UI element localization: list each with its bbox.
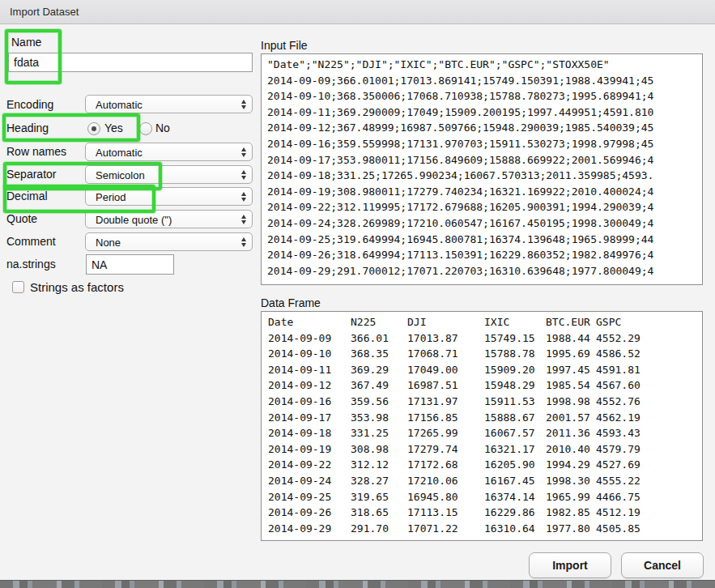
table-cell: 359.56 [351,394,407,410]
table-header-row: DateN225DJIIXICBTC.EURGSPC [268,314,702,330]
heading-yes-radio[interactable] [87,122,100,135]
comment-select[interactable]: None [85,232,253,251]
input-file-line: 2014-09-10;368.350006;17068.710938;15788… [267,88,702,104]
table-cell: 16229.86 [484,505,546,521]
na-strings-input[interactable] [86,254,174,275]
table-cell: 328.27 [351,473,407,489]
table-cell: 15888.67 [484,410,546,426]
encoding-select[interactable]: Automatic [85,95,253,113]
table-cell: 16321.17 [484,441,546,458]
name-label: Name [11,36,41,49]
table-row: 2014-09-17353.9817156.8515888.672001.574… [268,410,702,426]
row-names-select[interactable]: Automatic [85,143,253,161]
data-frame-label: Data Frame [261,296,321,309]
encoding-label: Encoding [6,98,53,112]
input-file-line: 2014-09-09;366.01001;17013.869141;15749.… [267,73,702,89]
strings-as-factors-checkbox[interactable] [12,281,24,293]
table-cell: 2014-09-11 [268,362,351,378]
cancel-button[interactable]: Cancel [621,552,704,578]
table-cell: 1985.54 [546,377,596,394]
table-cell: 312.12 [351,457,407,473]
import-button[interactable]: Import [529,552,611,578]
table-cell: 15749.15 [484,330,546,347]
table-cell: N225 [351,314,407,330]
table-cell: 4552.29 [596,330,701,347]
table-cell: 1977.80 [546,521,596,537]
name-input[interactable] [8,53,253,72]
table-row: 2014-09-19308.9817279.7416321.172010.404… [268,441,702,458]
input-file-line: "Date";"N225";"DJI";"IXIC";"BTC.EUR";"GS… [267,57,702,73]
separator-select[interactable]: Semicolon [85,165,253,184]
row-names-value: Automatic [96,146,143,158]
separator-label: Separator [6,168,56,181]
input-file-line: 2014-09-29;291.700012;17071.220703;16310… [267,263,702,279]
table-cell: GSPC [596,314,701,330]
table-cell: 15948.29 [484,377,546,394]
table-cell: 2014-09-22 [268,457,351,473]
stepper-icon [241,100,246,109]
table-cell: 16167.45 [484,473,546,489]
input-file-line: 2014-09-22;312.119995;17172.679688;16205… [267,199,702,215]
dialog-titlebar[interactable]: Import Dataset [0,0,715,24]
table-cell: 4567.60 [596,377,701,394]
table-row: 2014-09-22312.1217172.6816205.901994.294… [268,457,702,473]
table-row: 2014-09-10368.3517068.7115788.781995.694… [268,346,702,362]
stepper-icon [241,170,246,180]
table-cell: 15909.20 [484,362,546,378]
input-file-lines: "Date";"N225";"DJI";"IXIC";"BTC.EUR";"GS… [262,54,702,279]
table-cell: 17068.71 [407,346,484,362]
table-cell: 353.98 [351,410,407,426]
table-cell: 17013.87 [407,330,484,347]
table-cell: 2001.57 [546,410,596,426]
table-row: 2014-09-24328.2717210.0616167.451998.304… [268,473,702,489]
decimal-value: Period [96,190,126,202]
table-cell: 4552.76 [596,394,701,410]
input-file-preview[interactable]: "Date";"N225";"DJI";"IXIC";"BTC.EUR";"GS… [261,53,703,285]
table-cell: 2010.40 [546,441,596,458]
table-cell: 1998.30 [546,473,596,489]
input-file-line: 2014-09-11;369.290009;17049;15909.200195… [267,104,702,121]
table-cell: 1998.98 [546,394,596,410]
table-cell: 367.49 [351,377,407,394]
table-cell: 1997.45 [546,362,596,378]
table-cell: 4579.79 [596,441,701,458]
table-cell: 2014-09-19 [268,441,351,458]
quote-label: Quote [6,212,37,226]
table-cell: 2014-09-12 [268,377,351,394]
heading-no-radio[interactable] [139,122,152,135]
input-file-label: Input File [261,39,308,52]
table-cell: 17265.99 [407,425,484,441]
table-row: 2014-09-26318.6517113.1516229.861982.854… [268,505,702,521]
decimal-select[interactable]: Period [85,187,253,206]
table-cell: 1988.44 [546,330,596,347]
table-row: 2014-09-29291.7017071.2216310.641977.804… [268,521,702,537]
import-dataset-dialog: Import Dataset Name Encoding Automatic H… [0,0,715,588]
table-cell: 4512.19 [596,505,701,521]
table-cell: 17210.06 [407,473,484,489]
table-cell: 1982.85 [546,505,596,521]
comment-label: Comment [6,235,56,249]
table-cell: 308.98 [351,441,407,458]
table-cell: 17049.00 [407,362,484,378]
table-row: 2014-09-18331.2517265.9916067.572011.364… [268,425,702,441]
table-cell: 16987.51 [407,377,484,394]
quote-value: Double quote (") [96,213,172,225]
table-cell: 366.01 [351,330,407,347]
data-frame-preview[interactable]: DateN225DJIIXICBTC.EURGSPC2014-09-09366.… [261,311,703,541]
table-cell: BTC.EUR [546,314,596,330]
table-cell: 4562.19 [596,410,701,426]
input-file-line: 2014-09-12;367.48999;16987.509766;15948.… [267,120,702,136]
table-cell: 2014-09-17 [268,410,351,426]
table-cell: 15788.78 [484,346,546,362]
table-cell: 4466.75 [596,489,701,505]
stepper-icon [241,147,246,157]
comment-value: None [96,236,121,248]
stepper-icon [241,215,246,224]
table-cell: 2014-09-09 [268,330,351,347]
table-cell: 17172.68 [407,457,484,473]
table-cell: IXIC [484,314,546,330]
quote-select[interactable]: Double quote (") [85,210,253,228]
input-file-line: 2014-09-19;308.980011;17279.740234;16321… [267,184,702,200]
table-cell: 17156.85 [407,410,484,426]
table-cell: 15911.53 [484,394,546,410]
